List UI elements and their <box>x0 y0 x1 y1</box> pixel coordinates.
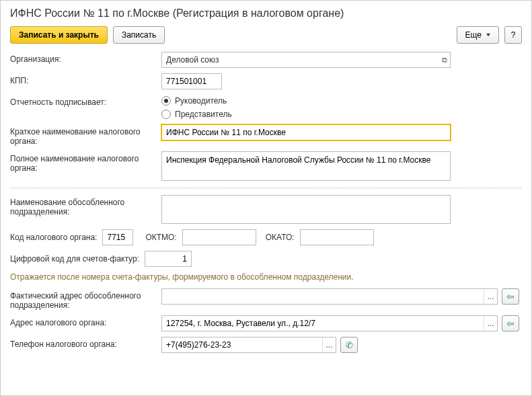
ellipsis-icon[interactable]: ... <box>322 338 336 352</box>
hint-text: Отражается после номера счета-фактуры, ф… <box>10 272 522 282</box>
save-button[interactable]: Записать <box>113 26 165 44</box>
full-name-label: Полное наименование налогового органа: <box>10 151 161 173</box>
toolbar: Записать и закрыть Записать Еще ? <box>10 26 522 44</box>
unit-name-label: Наименование обособленного подразделения… <box>10 195 161 216</box>
radio-unchecked-icon <box>161 110 171 119</box>
kpp-input[interactable] <box>161 73 222 89</box>
tax-addr-label: Адрес налогового органа: <box>10 315 161 327</box>
oktmo-input[interactable] <box>182 229 256 245</box>
actual-addr-label: Фактический адрес обособленного подразде… <box>10 288 161 310</box>
phone-input[interactable] <box>162 338 322 352</box>
ellipsis-icon[interactable]: ... <box>484 316 497 331</box>
invoice-code-input[interactable] <box>145 251 192 267</box>
help-button[interactable]: ? <box>504 26 522 44</box>
signer-head-text: Руководитель <box>175 96 227 106</box>
phone-field[interactable]: ... <box>161 337 336 353</box>
signer-label: Отчетность подписывает: <box>10 95 161 107</box>
chevron-down-icon <box>486 34 490 36</box>
arrow-left-icon: ⇦ <box>506 291 515 302</box>
phone-label: Телефон налогового органа: <box>10 337 161 349</box>
full-name-input[interactable] <box>161 151 451 181</box>
org-value: Деловой союз <box>166 55 219 65</box>
oktmo-label: ОКТМО: <box>145 233 176 242</box>
call-button[interactable]: ✆ <box>340 337 358 353</box>
open-icon[interactable]: ⧉ <box>442 56 447 65</box>
org-field[interactable]: Деловой союз ⧉ <box>161 52 451 68</box>
more-button[interactable]: Еще <box>457 26 499 44</box>
short-name-input[interactable] <box>161 124 451 141</box>
fill-tax-addr-button[interactable]: ⇦ <box>502 315 519 331</box>
actual-addr-field[interactable]: ... <box>161 288 498 305</box>
page-title: ИФНС России № 11 по г.Москве (Регистраци… <box>10 7 522 19</box>
tax-addr-field[interactable]: ... <box>161 315 498 331</box>
divider <box>10 188 522 188</box>
org-label: Организация: <box>10 52 161 64</box>
unit-name-input[interactable] <box>161 195 451 225</box>
actual-addr-input[interactable] <box>162 289 484 304</box>
short-name-label: Краткое наименование налогового органа: <box>10 124 161 146</box>
arrow-left-icon: ⇦ <box>506 318 515 329</box>
signer-rep-text: Представитель <box>175 110 232 119</box>
tax-code-label: Код налогового органа: <box>10 233 97 242</box>
phone-icon: ✆ <box>346 340 353 350</box>
tax-code-input[interactable] <box>102 229 133 245</box>
okato-input[interactable] <box>300 229 374 245</box>
ellipsis-icon[interactable]: ... <box>484 289 497 304</box>
tax-addr-input[interactable] <box>162 316 484 331</box>
save-close-button[interactable]: Записать и закрыть <box>10 26 108 44</box>
invoice-code-label: Цифровой код для счетов-фактур: <box>10 254 139 264</box>
okato-label: ОКАТО: <box>266 233 295 242</box>
more-label: Еще <box>465 30 482 40</box>
kpp-label: КПП: <box>10 73 161 85</box>
signer-head-radio[interactable]: Руководитель <box>161 96 232 106</box>
signer-rep-radio[interactable]: Представитель <box>161 110 232 119</box>
radio-checked-icon <box>161 96 171 106</box>
fill-actual-addr-button[interactable]: ⇦ <box>502 288 519 305</box>
